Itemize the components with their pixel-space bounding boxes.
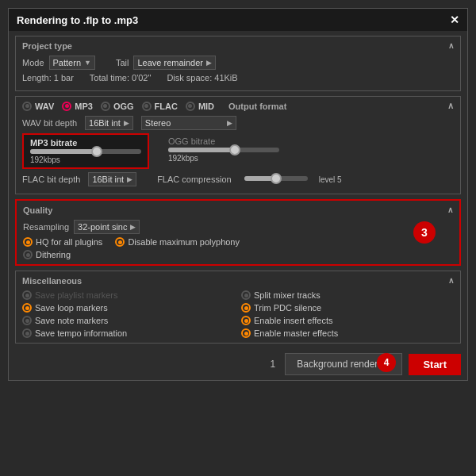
mp3-slider-thumb[interactable] xyxy=(91,146,102,157)
misc-options: Save playlist markers Save loop markers … xyxy=(22,290,454,338)
misc-left-col: Save playlist markers Save loop markers … xyxy=(22,290,235,338)
quality-caret[interactable]: ∧ xyxy=(447,205,453,215)
misc-right-col: Split mixer tracks Trim PDC silence Enab… xyxy=(241,290,454,338)
wav-bitdepth-select[interactable]: 16Bit int ▶ xyxy=(85,116,133,130)
resampling-row: Resampling 32-point sinc ▶ xyxy=(23,220,453,234)
tail-arrow: ▶ xyxy=(206,59,212,67)
tail-select[interactable]: Leave remainder ▶ xyxy=(133,56,216,70)
save-note-label: Save note markers xyxy=(35,316,108,325)
hq-plugins-label: HQ for all plugins xyxy=(36,237,102,247)
bottom-area: 4 1 Background rendering Start xyxy=(9,348,467,380)
save-playlist-label: Save playlist markers xyxy=(35,290,118,300)
project-type-label: Project type ∧ xyxy=(22,41,454,51)
mode-row: Mode Pattern ▼ Tail Leave remainder ▶ xyxy=(22,56,454,70)
close-button[interactable]: ✕ xyxy=(450,13,459,26)
save-note-option[interactable]: Save note markers xyxy=(22,316,235,325)
save-tempo-radio[interactable] xyxy=(22,328,32,338)
format-row: WAV MP3 OGG FLAC MID Output xyxy=(22,102,286,111)
save-playlist-option[interactable]: Save playlist markers xyxy=(22,290,235,300)
page-number: 1 xyxy=(271,359,276,370)
start-button[interactable]: Start xyxy=(409,354,461,375)
mp3-bitrate-value: 192kbps xyxy=(30,155,60,164)
disable-polyphony-radio[interactable] xyxy=(115,237,125,247)
enable-insert-radio[interactable] xyxy=(241,316,251,325)
save-note-radio[interactable] xyxy=(22,316,32,325)
tail-label: Tail xyxy=(116,58,129,67)
mode-label: Mode xyxy=(22,58,44,67)
enable-master-radio[interactable] xyxy=(241,328,251,338)
disk-space-info: Disk space: 41KiB xyxy=(167,73,237,83)
bitrate-row: MP3 bitrate 192kbps OGG bitrate 192kbps xyxy=(22,133,454,169)
mp3-bitrate-slider[interactable] xyxy=(30,149,141,154)
mp3-radio[interactable] xyxy=(62,102,71,111)
format-flac[interactable]: FLAC xyxy=(142,102,178,111)
save-loop-option[interactable]: Save loop markers xyxy=(22,303,235,313)
dithering-option[interactable]: Dithering xyxy=(23,250,102,259)
quality-right: Disable maximum polyphony xyxy=(115,237,240,259)
mp3-bitrate-label: MP3 bitrate xyxy=(30,138,77,148)
output-format-caret[interactable]: ∧ xyxy=(447,101,454,111)
quality-section: Quality ∧ 3 Resampling 32-point sinc ▶ H… xyxy=(15,199,461,266)
mp3-bitrate-group: MP3 bitrate 192kbps xyxy=(22,133,149,169)
flac-slider-thumb[interactable] xyxy=(271,173,282,184)
miscellaneous-section: Miscellaneous ∧ Save playlist markers Sa… xyxy=(15,271,461,344)
ogg-bitrate-slider[interactable] xyxy=(168,148,279,152)
enable-insert-option[interactable]: Enable insert effects xyxy=(241,316,454,325)
ogg-bitrate-label: OGG bitrate xyxy=(168,136,215,146)
stereo-select[interactable]: Stereo ▶ xyxy=(141,116,236,130)
trim-pdc-option[interactable]: Trim PDC silence xyxy=(241,303,454,313)
info-row: Length: 1 bar Total time: 0'02" Disk spa… xyxy=(22,73,454,83)
format-mp3[interactable]: MP3 xyxy=(62,102,93,111)
dithering-radio[interactable] xyxy=(23,250,33,259)
misc-label: Miscellaneous ∧ xyxy=(22,276,454,286)
disable-polyphony-label: Disable maximum polyphony xyxy=(128,237,240,247)
save-loop-label: Save loop markers xyxy=(35,303,108,313)
save-tempo-label: Save tempo information xyxy=(35,328,127,338)
enable-master-option[interactable]: Enable master effects xyxy=(241,328,454,338)
disable-polyphony-option[interactable]: Disable maximum polyphony xyxy=(115,237,240,247)
hq-plugins-option[interactable]: HQ for all plugins xyxy=(23,237,102,247)
trim-pdc-radio[interactable] xyxy=(241,303,251,313)
format-mid[interactable]: MID xyxy=(186,102,214,111)
wav-radio[interactable] xyxy=(22,102,32,111)
split-mixer-radio[interactable] xyxy=(241,290,251,300)
split-mixer-option[interactable]: Split mixer tracks xyxy=(241,290,454,300)
hq-plugins-radio[interactable] xyxy=(23,237,33,247)
ogg-slider-thumb[interactable] xyxy=(229,144,240,155)
output-format-header: WAV MP3 OGG FLAC MID Output xyxy=(22,101,454,111)
mid-radio[interactable] xyxy=(186,102,195,111)
quality-left: HQ for all plugins Dithering xyxy=(23,237,102,259)
resampling-select[interactable]: 32-point sinc ▶ xyxy=(74,220,140,234)
wav-bitdepth-label: WAV bit depth xyxy=(22,118,77,128)
save-loop-radio[interactable] xyxy=(22,303,32,313)
title-bar: Rendering to .flp to .mp3 ✕ xyxy=(9,9,467,31)
format-wav[interactable]: WAV xyxy=(22,102,54,111)
ogg-bitrate-group: OGG bitrate 192kbps xyxy=(162,133,286,166)
flac-bitdepth-select[interactable]: 16Bit int ▶ xyxy=(88,172,136,186)
flac-compression-label: FLAC compression xyxy=(157,175,232,184)
mode-select[interactable]: Pattern ▼ xyxy=(49,56,95,70)
flac-compression-slider[interactable] xyxy=(244,176,308,181)
enable-master-label: Enable master effects xyxy=(254,328,338,338)
ogg-slider-fill xyxy=(168,148,235,152)
save-playlist-radio[interactable] xyxy=(22,290,32,300)
project-type-caret[interactable]: ∧ xyxy=(448,41,454,51)
mode-arrow: ▼ xyxy=(84,59,91,67)
flac-compression-value: level 5 xyxy=(319,175,342,184)
split-mixer-label: Split mixer tracks xyxy=(254,290,321,300)
main-window: Rendering to .flp to .mp3 ✕ Project type… xyxy=(8,8,468,381)
enable-insert-label: Enable insert effects xyxy=(254,316,332,325)
save-tempo-option[interactable]: Save tempo information xyxy=(22,328,235,338)
misc-caret[interactable]: ∧ xyxy=(448,276,454,286)
ogg-radio[interactable] xyxy=(101,102,110,111)
quality-options-row: HQ for all plugins Dithering Disable max… xyxy=(23,237,453,259)
length-info: Length: 1 bar xyxy=(22,73,74,83)
total-time-info: Total time: 0'02" xyxy=(90,73,152,83)
flac-radio[interactable] xyxy=(142,102,152,111)
quality-label: Quality ∧ xyxy=(23,205,453,215)
trim-pdc-label: Trim PDC silence xyxy=(254,303,321,313)
output-format-section: WAV MP3 OGG FLAC MID Output xyxy=(15,96,461,194)
format-ogg[interactable]: OGG xyxy=(101,102,134,111)
resampling-label: Resampling xyxy=(23,222,69,232)
dithering-label: Dithering xyxy=(36,250,71,259)
